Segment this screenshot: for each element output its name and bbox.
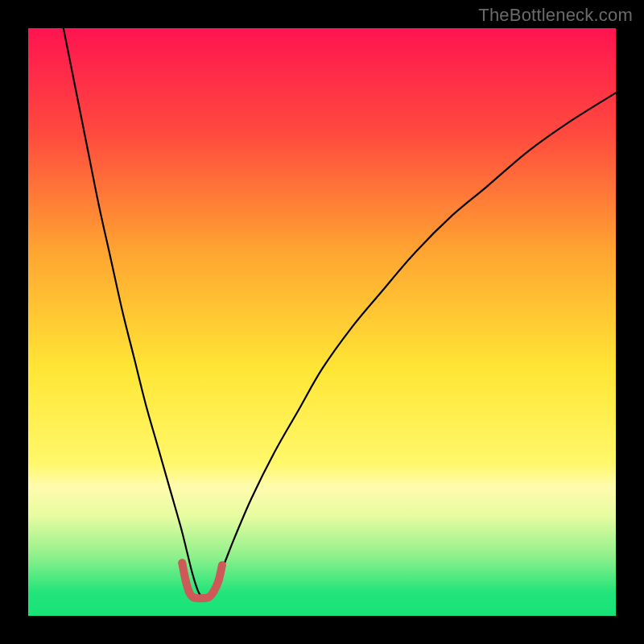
series-optimal-region-point	[179, 559, 187, 568]
chart-svg	[28, 28, 616, 616]
series-optimal-region-point	[210, 588, 218, 596]
plot-area	[28, 28, 616, 616]
series-optimal-region-point	[218, 561, 226, 569]
series-optimal-region-point	[215, 576, 223, 584]
chart-frame: TheBottleneck.com	[0, 0, 644, 644]
gradient-background	[28, 28, 616, 616]
watermark-text: TheBottleneck.com	[478, 5, 633, 26]
series-optimal-region-point	[182, 576, 190, 584]
